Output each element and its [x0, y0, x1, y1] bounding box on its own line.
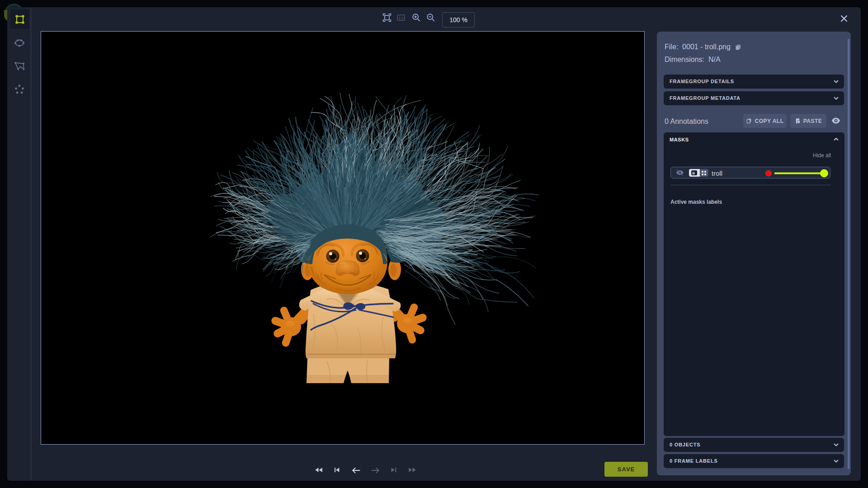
svg-text:1:1: 1:1 — [399, 16, 404, 20]
